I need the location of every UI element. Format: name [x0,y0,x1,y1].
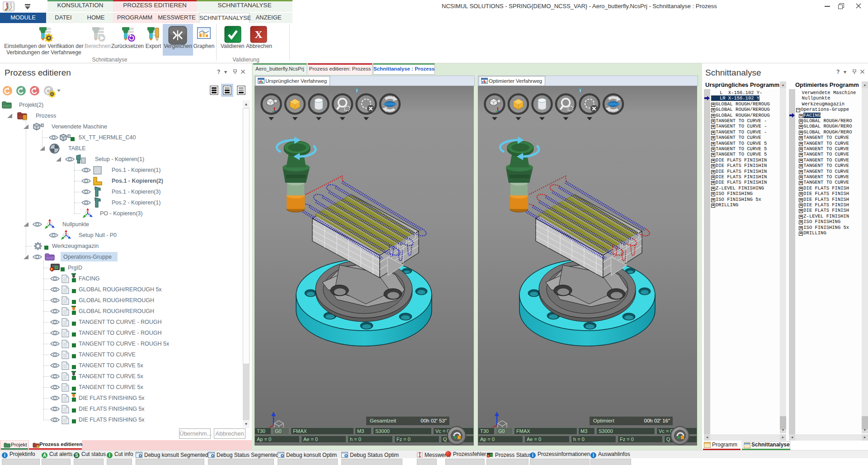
svg-text:X: X [255,28,263,40]
